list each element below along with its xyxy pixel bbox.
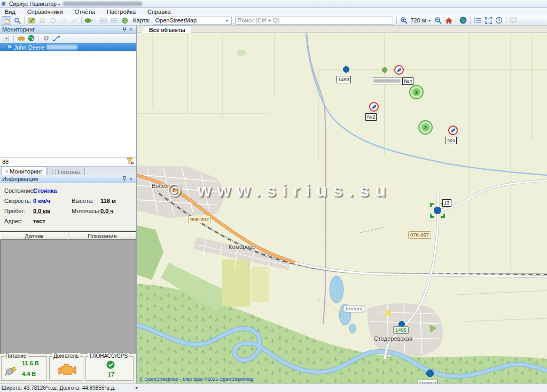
- engine-hours-value[interactable]: 0.0 ч: [100, 208, 114, 214]
- expand-all-button[interactable]: [2, 34, 11, 42]
- poi-label-n2: №2: [365, 113, 377, 121]
- globe-3d-icon: [121, 17, 128, 24]
- map-tab-label: Все объекты: [149, 27, 185, 33]
- menu-otchety[interactable]: Отчёты: [69, 8, 101, 15]
- polygon-add-icon: [39, 17, 46, 24]
- map-select-label: Карта:: [133, 17, 151, 23]
- menu-vid[interactable]: Вид: [0, 8, 21, 15]
- polyline-edit-icon: [71, 17, 78, 24]
- object-list-button[interactable]: [473, 16, 482, 25]
- edit-route-button[interactable]: [69, 16, 79, 25]
- engine-gauge-label: Двигатель: [52, 353, 80, 359]
- pin-icon[interactable]: [121, 176, 128, 182]
- river-label: (Терек): [418, 380, 438, 383]
- tab-monitoring-label: Мониторинг: [10, 168, 42, 175]
- poi-glyph: [396, 68, 401, 73]
- menu-bar: Вид Справочники Отчёты Настройка Справка: [0, 8, 547, 15]
- cluster-marker-a[interactable]: 2: [409, 85, 424, 99]
- zoom-in-button[interactable]: [399, 16, 409, 25]
- split-vertical-button[interactable]: [109, 16, 119, 25]
- binoculars-icon: [18, 35, 25, 41]
- power-gauge: Питание 11.5 В 4.4 В: [1, 356, 47, 381]
- globe-3d-button[interactable]: [120, 16, 129, 25]
- town-label-komarovo: Комарово: [229, 244, 255, 250]
- cluster-marker-b[interactable]: 2: [418, 120, 433, 135]
- sensor-column-header[interactable]: Датчик: [0, 232, 68, 240]
- road-shield-90k: 90К-002: [188, 216, 211, 223]
- poi-marker-2[interactable]: [369, 102, 379, 112]
- filter-value[interactable]: 88: [2, 159, 9, 165]
- info-panel-header: Информация ×: [0, 175, 136, 183]
- poi-label-n4: №4: [402, 77, 413, 85]
- speed-label: Скорость:: [4, 198, 32, 204]
- waypoint-dot-green[interactable]: [382, 67, 387, 73]
- hand-icon: [3, 17, 10, 24]
- map-tab-all-objects[interactable]: Все объекты: [141, 26, 191, 33]
- map-attribution: © OpenStreetMap - Map data ©2025 OpenStr…: [139, 377, 253, 382]
- filter-button[interactable]: [126, 158, 134, 166]
- tree-connector: ···: [1, 45, 6, 50]
- poi-marker-1[interactable]: [448, 126, 458, 135]
- show-on-map-button[interactable]: [27, 34, 36, 42]
- plug-icon: [4, 364, 19, 377]
- world-view-button[interactable]: [458, 16, 468, 25]
- cluster-count: 2: [421, 123, 429, 131]
- split-horizontal-button[interactable]: [98, 16, 108, 25]
- map-select[interactable]: OpenStreetMap ▼: [153, 17, 232, 25]
- waypoint-dot-blue[interactable]: [343, 66, 349, 73]
- tree-item-vehicle[interactable]: ··· ⚑ John Deere: [0, 43, 136, 51]
- tab-geozones[interactable]: Геозоны: [48, 168, 84, 175]
- map-canvas[interactable]: 1493 №4 2 №2 2 №1 13 (Терек) (озеро) 90К…: [137, 33, 547, 383]
- watermark: © www.sirius.su: [168, 181, 392, 201]
- close-icon[interactable]: ×: [128, 26, 134, 33]
- status-bar: Широта: 43.78126°с.ш. Долгота: 44.89855°…: [0, 383, 547, 392]
- state-label: Состояние:: [4, 187, 35, 194]
- tab-geozones-label: Геозоны: [58, 169, 80, 175]
- pan-tool-button[interactable]: [2, 16, 11, 25]
- layers-button[interactable]: [84, 16, 93, 25]
- altitude-label: Высота:: [72, 198, 93, 204]
- value-column-header[interactable]: Показание: [68, 232, 137, 240]
- objects-tree: ··· ⚑ John Deere: [0, 43, 136, 157]
- menu-spravochniki[interactable]: Справочники: [21, 8, 69, 15]
- add-geozone-button[interactable]: [37, 16, 47, 25]
- edit-geozone-button[interactable]: [59, 16, 68, 25]
- altitude-value: 118 м: [100, 198, 116, 204]
- home-view-button[interactable]: [444, 16, 454, 25]
- close-icon[interactable]: ×: [128, 176, 134, 182]
- chevron-down-icon[interactable]: ▼: [135, 386, 138, 390]
- sensor-table-body: [0, 240, 136, 354]
- search-objects-button[interactable]: [17, 34, 26, 42]
- scale-value: 720 м: [411, 17, 426, 23]
- tree-filter-row: 88: [0, 157, 136, 166]
- flag-icon: ⚑: [7, 44, 12, 51]
- edit-map-button[interactable]: [27, 16, 36, 25]
- title-bar: Сириус Навигатор -: [0, 0, 547, 8]
- tab-monitoring[interactable]: ≡ Мониторинг: [1, 167, 46, 175]
- track-button[interactable]: [52, 34, 61, 42]
- coordinates-readout: Широта: 43.78126°с.ш. Долгота: 44.89855°…: [2, 385, 115, 391]
- monitoring-panel-header: Мониторинг ×: [0, 26, 136, 34]
- menu-spravka[interactable]: Справка: [142, 8, 176, 15]
- pin-icon[interactable]: [121, 26, 128, 33]
- engine-hours-label: Моточасы:: [72, 208, 100, 214]
- scale-select[interactable]: 720 м ▼: [409, 17, 433, 25]
- history-button[interactable]: [494, 16, 504, 25]
- power-voltage-main: 11.5 В: [22, 360, 39, 366]
- globe-marker-icon: [28, 35, 35, 42]
- gear-icon: ⚙: [43, 35, 49, 42]
- poi-marker-4[interactable]: [394, 65, 404, 75]
- selection-icon: [485, 17, 492, 24]
- settings-button[interactable]: ⚙: [42, 34, 51, 42]
- search-input[interactable]: [235, 17, 393, 25]
- mileage-value[interactable]: 0.0 км: [33, 208, 50, 214]
- zoom-tool-button[interactable]: [12, 16, 22, 25]
- add-circle-geozone-button[interactable]: [48, 16, 58, 25]
- screenshot-button[interactable]: [509, 16, 518, 25]
- geozones-view-button[interactable]: [483, 16, 493, 25]
- poi-glyph: [450, 128, 455, 133]
- monitor-icon: [510, 17, 517, 23]
- zoom-out-button[interactable]: [433, 16, 443, 25]
- menu-nastroika[interactable]: Настройка: [101, 8, 142, 15]
- river-dot-blue[interactable]: [426, 370, 434, 377]
